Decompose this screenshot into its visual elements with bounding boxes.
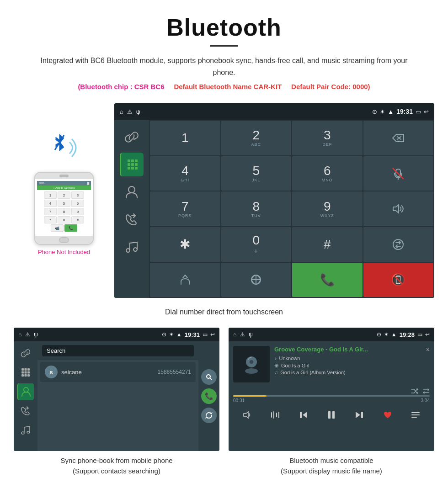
pb-bt-icon: ✶ (169, 331, 174, 338)
music-favorite-btn[interactable] (380, 408, 395, 422)
music-status-right: ⊙ ✶ ▲ 19:28 ▭ ↩ (377, 331, 430, 338)
music-next-btn[interactable] (352, 408, 367, 422)
phone-key-video[interactable]: 📹 (51, 224, 64, 232)
svg-rect-25 (27, 374, 30, 377)
dial-key-swap[interactable] (363, 227, 434, 262)
pb-contact-row[interactable]: s seicane 15885554271 (40, 362, 196, 382)
shuffle-icon[interactable] (411, 388, 419, 394)
phone-key-star[interactable]: * (44, 216, 57, 223)
phone-top-bar (35, 173, 93, 179)
music-volume-btn[interactable] (240, 408, 255, 422)
dial-key-merge[interactable] (150, 263, 220, 297)
dial-key-hash[interactable]: # (292, 227, 363, 262)
music-time: 19:28 (400, 331, 415, 338)
phone-key-7[interactable]: 7 (44, 208, 57, 215)
dial-key-backspace[interactable] (363, 121, 434, 155)
music-usb-icon: ψ (249, 331, 253, 338)
dial-key-2[interactable]: 2 ABC (221, 121, 292, 155)
music-play-pause-btn[interactable] (324, 408, 339, 422)
pb-body: Search s seicane 15885554271 (14, 341, 219, 451)
pb-refresh-action-btn[interactable] (201, 408, 217, 423)
pb-search-bar: Search (37, 341, 198, 360)
phone-key-2[interactable]: 2 (58, 191, 70, 199)
dial-key-hash-main: # (324, 238, 331, 251)
svg-rect-6 (131, 163, 134, 166)
pb-music-btn[interactable] (17, 422, 34, 438)
pb-link-btn[interactable] (17, 345, 34, 361)
phone-key-6[interactable]: 6 (71, 200, 84, 207)
dial-key-end[interactable]: 📵 (363, 263, 434, 297)
svg-rect-24 (25, 374, 27, 377)
pb-dialpad-btn[interactable] (17, 364, 34, 381)
music-disc-icon: ◉ (274, 362, 279, 368)
phone-key-4[interactable]: 4 (44, 200, 57, 207)
end-call-icon: 📵 (391, 273, 405, 287)
phone-key-8[interactable]: 8 (58, 208, 70, 215)
dial-key-mute[interactable] (363, 156, 434, 191)
top-section: M95 ▓ + Add to Contacts 1 2 3 4 (14, 103, 434, 298)
pb-call-action-btn[interactable]: 📞 (201, 388, 217, 404)
phone-key-0[interactable]: 0 (58, 216, 70, 223)
dial-key-2-main: 2 (252, 129, 260, 142)
dial-key-7[interactable]: 7 PQRS (150, 191, 220, 226)
status-left: ⌂ ⚠ ψ (120, 108, 140, 115)
svg-rect-20 (21, 372, 24, 374)
phone-call-button[interactable]: 📞 (64, 224, 77, 232)
dial-key-8[interactable]: 8 TUV (221, 191, 292, 226)
back-icon[interactable]: ↩ (424, 108, 429, 115)
sidebar-link-icon[interactable] (120, 125, 144, 149)
pb-contacts-btn[interactable] (17, 383, 34, 400)
dial-key-0[interactable]: 0 + (221, 227, 292, 262)
title-underline (210, 45, 238, 47)
dial-key-5-main: 5 (252, 165, 260, 177)
dial-key-6-sub: MNO (322, 178, 333, 182)
sidebar-contacts-icon[interactable] (120, 180, 144, 204)
phone-home-button[interactable] (59, 237, 69, 243)
phone-key-3[interactable]: 3 (71, 191, 84, 199)
pb-action-buttons: 📞 (198, 341, 219, 451)
dial-key-dtmf[interactable] (221, 263, 292, 297)
dial-key-4[interactable]: 4 GHI (150, 156, 220, 191)
music-prev-btn[interactable] (296, 408, 311, 422)
music-caption: Bluetooth music compatible (Support disp… (229, 456, 434, 476)
svg-rect-2 (128, 159, 130, 162)
sidebar-dialpad-icon[interactable] (120, 153, 144, 176)
svg-point-26 (24, 388, 28, 392)
dial-key-6[interactable]: 6 MNO (292, 156, 363, 191)
music-progress-bar[interactable] (233, 395, 430, 397)
repeat-icon[interactable] (422, 388, 430, 394)
music-eq-btn[interactable] (268, 408, 283, 422)
music-status-bar: ⌂ ⚠ ψ ⊙ ✶ ▲ 19:28 ▭ ↩ (229, 328, 434, 341)
phone-bottom-bar (35, 236, 93, 244)
phone-dial-row-2: 4 5 6 (38, 200, 90, 207)
svg-rect-4 (135, 159, 138, 162)
dial-key-9[interactable]: 9 WXYZ (292, 191, 363, 226)
dial-key-volume[interactable] (363, 191, 434, 226)
dial-key-3[interactable]: 3 DEF (292, 121, 363, 155)
pb-status-right: ⊙ ✶ ▲ 19:31 ▭ ↩ (162, 331, 215, 338)
phone-key-9[interactable]: 9 (71, 208, 84, 215)
music-back-icon[interactable]: ↩ (425, 331, 430, 338)
phonebook-screenshot: ⌂ ⚠ ψ ⊙ ✶ ▲ 19:31 ▭ ↩ (14, 328, 219, 451)
music-options-row (229, 387, 434, 395)
battery-icon: ▭ (416, 108, 421, 115)
dial-key-call[interactable]: 📞 (292, 263, 363, 297)
phone-key-hash[interactable]: # (71, 216, 84, 223)
sidebar-call-history-icon[interactable] (120, 207, 144, 231)
pb-back-icon[interactable]: ↩ (210, 331, 215, 338)
dial-key-star[interactable]: ✱ (150, 227, 220, 262)
dial-key-5[interactable]: 5 JKL (221, 156, 292, 191)
music-playlist-btn[interactable] (408, 408, 423, 422)
music-close-btn[interactable]: × (426, 346, 430, 353)
phone-key-5[interactable]: 5 (58, 200, 70, 207)
dial-key-1[interactable]: 1 (150, 121, 220, 155)
sidebar-music-icon[interactable] (120, 235, 144, 259)
pb-search-action-btn[interactable] (201, 369, 217, 385)
dialer-keypad: 1 2 ABC 3 DEF (149, 120, 434, 298)
phone-battery: ▓ (87, 182, 89, 185)
phone-key-1[interactable]: 1 (44, 191, 57, 199)
status-time: 19:31 (396, 108, 413, 115)
pb-call-history-btn[interactable] (17, 403, 34, 419)
phone-add-contact: + Add to Contacts (53, 186, 75, 189)
pb-search-input[interactable]: Search (42, 345, 194, 356)
